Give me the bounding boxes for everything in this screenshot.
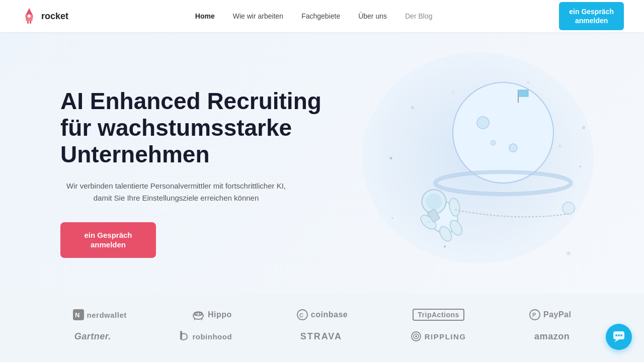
logo-nerdwallet: N nerdwallet xyxy=(73,309,127,320)
paypal-icon: P xyxy=(529,309,540,320)
logo-amazon: amazon xyxy=(534,331,570,342)
logo-rippling: RIPPLING xyxy=(411,331,466,342)
svg-text:C: C xyxy=(299,312,303,318)
svg-text:+: + xyxy=(428,220,430,224)
hippo-icon xyxy=(192,309,205,320)
navbar: rocket Home Wie wir arbeiten Fachgebiete… xyxy=(0,0,644,32)
logos-section: N nerdwallet Hippo C coinbase xyxy=(0,294,644,362)
svg-point-7 xyxy=(391,217,393,219)
rocket-logo-icon xyxy=(20,7,38,25)
logos-row-2: Gartner. robinhood STRAVA RIPPLING amaz xyxy=(40,331,604,342)
logo-paypal: P PayPal xyxy=(529,309,571,320)
svg-point-10 xyxy=(527,81,530,84)
svg-point-6 xyxy=(582,126,585,129)
svg-point-53 xyxy=(620,334,622,336)
chat-bubble-button[interactable] xyxy=(606,324,632,350)
nav-home[interactable]: Home xyxy=(195,12,215,20)
svg-point-8 xyxy=(567,251,571,255)
nav-ueber[interactable]: Über uns xyxy=(358,12,387,20)
svg-rect-3 xyxy=(30,21,31,24)
logo[interactable]: rocket xyxy=(20,7,68,25)
svg-text:✦: ✦ xyxy=(579,164,582,169)
logos-row-1: N nerdwallet Hippo C coinbase xyxy=(40,309,604,321)
nav-wie[interactable]: Wie wir arbeiten xyxy=(233,12,283,20)
svg-point-48 xyxy=(415,335,417,337)
svg-text:N: N xyxy=(75,311,80,319)
svg-point-5 xyxy=(411,106,414,109)
svg-rect-45 xyxy=(180,331,182,340)
svg-rect-16 xyxy=(518,90,528,97)
logo-text: rocket xyxy=(41,11,68,22)
svg-text:✦: ✦ xyxy=(443,244,447,249)
nav-cta-button[interactable]: ein Gesprächanmelden xyxy=(559,2,624,30)
svg-point-14 xyxy=(491,140,496,145)
nav-links: Home Wie wir arbeiten Fachgebiete Über u… xyxy=(195,12,433,21)
logo-hippo: Hippo xyxy=(192,309,232,320)
hero-section: AI Enhanced Recruiting für wachstumsstar… xyxy=(0,32,644,294)
svg-point-51 xyxy=(615,334,617,336)
hero-illustration: ✦ ✦ ✦ + + xyxy=(332,67,624,279)
logo-coinbase: C coinbase xyxy=(297,309,348,320)
svg-point-11 xyxy=(453,82,553,183)
svg-rect-2 xyxy=(27,21,29,24)
hero-subtitle: Wir verbinden talentierte Personalvermit… xyxy=(60,180,292,204)
svg-text:P: P xyxy=(532,312,536,318)
space-illustration: ✦ ✦ ✦ + + xyxy=(352,67,604,279)
robinhood-icon xyxy=(179,331,189,342)
svg-point-52 xyxy=(618,334,620,336)
logo-tripactions: TripActions xyxy=(413,309,464,321)
svg-marker-50 xyxy=(614,339,619,342)
svg-point-4 xyxy=(28,15,31,18)
hero-cta-button[interactable]: ein Gesprächanmelden xyxy=(60,222,156,258)
coinbase-icon: C xyxy=(297,309,308,320)
svg-text:+: + xyxy=(558,143,561,149)
rippling-icon xyxy=(411,331,422,342)
svg-point-12 xyxy=(477,117,489,129)
nerdwallet-icon: N xyxy=(73,309,84,320)
logo-gartner: Gartner. xyxy=(74,331,111,342)
svg-text:✦: ✦ xyxy=(388,155,393,162)
hero-content: AI Enhanced Recruiting für wachstumsstar… xyxy=(60,88,332,258)
nav-fach[interactable]: Fachgebiete xyxy=(301,12,340,20)
hero-title: AI Enhanced Recruiting für wachstumsstar… xyxy=(60,88,332,168)
logo-robinhood: robinhood xyxy=(179,331,232,342)
svg-point-13 xyxy=(509,144,517,152)
logo-strava: STRAVA xyxy=(300,331,342,342)
chat-icon xyxy=(612,330,625,343)
nav-blog[interactable]: Der Blog xyxy=(405,12,432,20)
svg-point-9 xyxy=(452,92,454,94)
svg-point-19 xyxy=(562,202,575,214)
